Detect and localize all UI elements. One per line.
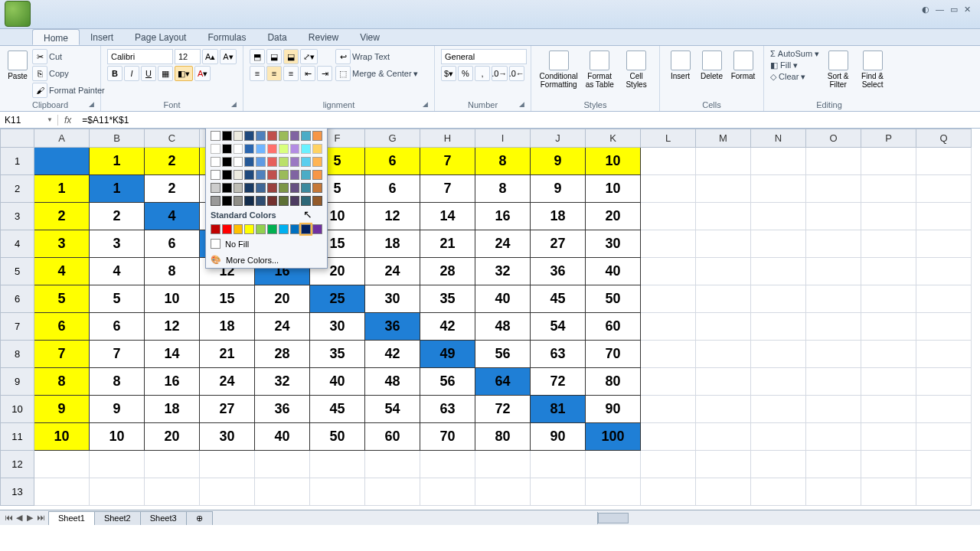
cell[interactable]: 6 xyxy=(365,175,420,203)
cell[interactable]: 18 xyxy=(365,230,420,258)
cell[interactable] xyxy=(641,368,696,396)
cell[interactable]: 50 xyxy=(586,285,641,313)
cell[interactable]: 28 xyxy=(255,341,310,368)
cell[interactable] xyxy=(641,148,696,175)
cell[interactable] xyxy=(641,203,696,230)
cell[interactable] xyxy=(861,148,916,175)
font-size-combo[interactable]: 12 xyxy=(175,49,201,64)
row-header-4[interactable]: 4 xyxy=(1,230,34,258)
cell[interactable]: 20 xyxy=(255,285,310,313)
color-swatch[interactable] xyxy=(244,170,254,180)
cell[interactable]: 8 xyxy=(34,368,90,396)
cell[interactable] xyxy=(806,396,861,423)
color-swatch[interactable] xyxy=(256,131,266,141)
cell[interactable] xyxy=(861,258,916,285)
select-all-corner[interactable] xyxy=(1,129,34,148)
cell[interactable]: 30 xyxy=(365,285,420,313)
cell[interactable]: 24 xyxy=(200,368,255,396)
cell[interactable] xyxy=(751,368,806,396)
cell[interactable]: 35 xyxy=(420,285,475,313)
col-header-A[interactable]: A xyxy=(34,129,90,148)
cell[interactable]: 8 xyxy=(475,148,531,175)
color-swatch[interactable] xyxy=(244,157,254,167)
cell[interactable] xyxy=(90,451,145,478)
help-icon[interactable]: ◐ xyxy=(922,5,929,15)
color-swatch[interactable] xyxy=(234,196,243,206)
cell[interactable]: 1 xyxy=(90,175,145,203)
cell[interactable] xyxy=(696,396,751,423)
formula-bar[interactable]: =$A11*K$1 xyxy=(77,115,980,126)
col-header-B[interactable]: B xyxy=(90,129,145,148)
cut-label[interactable]: Cut xyxy=(49,52,62,61)
cell[interactable] xyxy=(641,341,696,368)
cell[interactable] xyxy=(641,175,696,203)
col-header-Q[interactable]: Q xyxy=(916,129,972,148)
color-swatch[interactable] xyxy=(211,144,220,154)
cell[interactable] xyxy=(641,478,696,506)
color-swatch[interactable] xyxy=(222,157,232,167)
cell[interactable] xyxy=(806,451,861,478)
cell[interactable]: 10 xyxy=(586,148,641,175)
cell[interactable]: 35 xyxy=(310,341,365,368)
cell[interactable]: 14 xyxy=(420,203,475,230)
cell[interactable] xyxy=(586,451,641,478)
cell[interactable]: 5 xyxy=(34,285,90,313)
col-header-M[interactable]: M xyxy=(696,129,751,148)
cell[interactable]: 21 xyxy=(200,341,255,368)
color-swatch[interactable] xyxy=(279,183,289,193)
color-swatch[interactable] xyxy=(256,183,266,193)
underline-button[interactable]: U xyxy=(141,66,156,81)
cell[interactable] xyxy=(420,451,475,478)
tab-review[interactable]: Review xyxy=(298,29,349,45)
cell[interactable]: 10 xyxy=(34,423,90,451)
color-swatch[interactable] xyxy=(279,224,289,234)
color-swatch[interactable] xyxy=(279,170,289,180)
cell[interactable] xyxy=(751,258,806,285)
cell[interactable] xyxy=(696,423,751,451)
cell[interactable] xyxy=(696,203,751,230)
cell[interactable] xyxy=(751,203,806,230)
color-swatch[interactable] xyxy=(290,157,300,167)
color-swatch[interactable] xyxy=(222,144,232,154)
no-fill-item[interactable]: No Fill xyxy=(206,236,327,252)
cell[interactable] xyxy=(200,451,255,478)
color-swatch[interactable] xyxy=(301,224,311,234)
color-swatch[interactable] xyxy=(301,131,311,141)
color-swatch[interactable] xyxy=(267,196,277,206)
paste-button[interactable]: Paste xyxy=(6,49,29,82)
close-icon[interactable]: ✕ xyxy=(964,5,971,15)
cell[interactable] xyxy=(365,451,420,478)
cell[interactable]: 54 xyxy=(365,396,420,423)
cell[interactable]: 12 xyxy=(145,313,200,341)
cell[interactable]: 72 xyxy=(475,396,531,423)
more-colors-item[interactable]: 🎨More Colors... xyxy=(206,252,327,268)
col-header-J[interactable]: J xyxy=(531,129,586,148)
row-header-13[interactable]: 13 xyxy=(1,478,34,506)
cell[interactable] xyxy=(806,341,861,368)
cell[interactable] xyxy=(751,341,806,368)
cell[interactable]: 45 xyxy=(310,396,365,423)
cell[interactable]: 10 xyxy=(90,423,145,451)
orientation-button[interactable]: ⤢▾ xyxy=(300,49,318,64)
align-top-button[interactable]: ⬒ xyxy=(250,49,265,64)
cell[interactable] xyxy=(916,341,972,368)
cell[interactable] xyxy=(420,478,475,506)
cell[interactable]: 90 xyxy=(586,396,641,423)
row-header-1[interactable]: 1 xyxy=(1,148,34,175)
cell[interactable] xyxy=(751,175,806,203)
cell[interactable] xyxy=(696,258,751,285)
dialog-launcher-icon[interactable]: ◢ xyxy=(89,100,94,108)
sheet-nav[interactable]: ⏮◀▶⏭ xyxy=(0,513,49,523)
color-swatch[interactable] xyxy=(279,196,289,206)
cell[interactable] xyxy=(806,285,861,313)
cell[interactable] xyxy=(861,423,916,451)
cell[interactable]: 6 xyxy=(34,313,90,341)
merge-center-button[interactable]: Merge & Center xyxy=(352,69,412,78)
cell[interactable] xyxy=(255,478,310,506)
cell[interactable] xyxy=(916,478,972,506)
cell[interactable]: 9 xyxy=(531,175,586,203)
cell[interactable]: 90 xyxy=(531,423,586,451)
color-swatch[interactable] xyxy=(256,144,266,154)
cell[interactable] xyxy=(806,313,861,341)
cell[interactable] xyxy=(916,396,972,423)
